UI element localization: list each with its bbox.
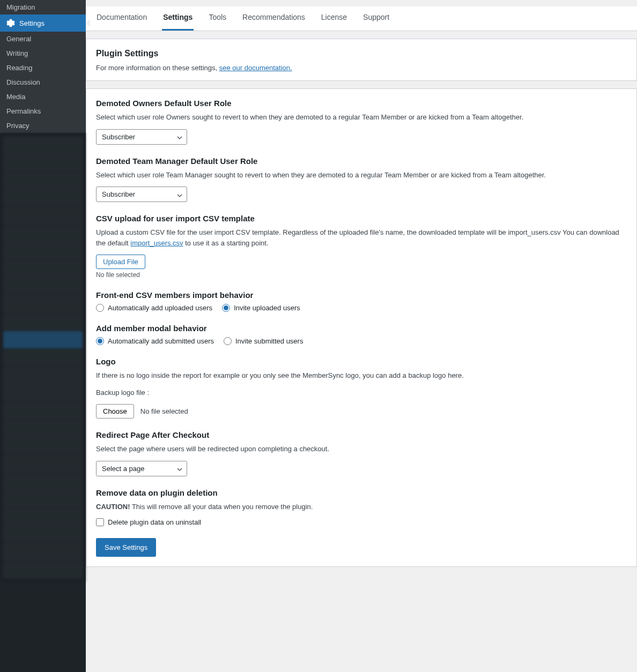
logo-file-label: Backup logo file : [96, 387, 627, 398]
save-settings-button[interactable]: Save Settings [96, 538, 156, 557]
section-desc: CAUTION! This will remove all your data … [96, 502, 627, 512]
section-desc: Select which user role Owners sought to … [96, 112, 627, 123]
chevron-down-icon [177, 192, 182, 197]
delete-data-checkbox[interactable]: Delete plugin data on uninstall [96, 518, 627, 526]
logo-file-status: No file selected [140, 407, 188, 415]
tab-bar: Documentation Settings Tools Recommendat… [86, 6, 637, 31]
sidebar-item-settings[interactable]: Settings [0, 14, 86, 32]
page-title: Plugin Settings [96, 49, 627, 58]
section-title: Demoted Owners Default User Role [96, 99, 627, 108]
section-desc: If there is no logo inside the report fo… [96, 370, 627, 381]
redirect-page-select[interactable]: Select a page [96, 461, 187, 476]
tab-support[interactable]: Support [362, 6, 390, 31]
radio-auto-add-submitted[interactable]: Automatically add submitted users [96, 337, 214, 345]
section-demoted-owners: Demoted Owners Default User Role Select … [96, 99, 627, 145]
owner-role-select[interactable]: Subscriber [96, 129, 187, 145]
default-csv-link[interactable]: import_users.csv [130, 239, 183, 247]
documentation-link[interactable]: see our documentation. [219, 64, 292, 72]
tab-recommendations[interactable]: Recommendations [241, 6, 306, 31]
section-desc: Select the page where users will be redi… [96, 444, 627, 454]
sidebar-sub-general[interactable]: General [0, 32, 86, 46]
sidebar-sub-reading[interactable]: Reading [0, 61, 86, 75]
section-import-behavior: Front-end CSV members import behavior Au… [96, 290, 627, 312]
sidebar-submenu: General Writing Reading Discussion Media… [0, 32, 86, 133]
sidebar-sub-media[interactable]: Media [0, 89, 86, 104]
section-title: Add member modal behavior [96, 324, 627, 333]
section-remove-data: Remove data on plugin deletion CAUTION! … [96, 488, 627, 527]
sidebar-blurred-items [0, 133, 86, 582]
section-title: Logo [96, 357, 627, 366]
section-title: Redirect Page After Checkout [96, 430, 627, 439]
radio-auto-add-uploaded[interactable]: Automatically add uploaded users [96, 304, 212, 312]
section-logo: Logo If there is no logo inside the repo… [96, 357, 627, 419]
main-content: Documentation Settings Tools Recommendat… [86, 0, 637, 672]
section-title: CSV upload for user import CSV template [96, 214, 627, 223]
radio-invite-submitted[interactable]: Invite submitted users [224, 337, 303, 345]
chevron-down-icon [177, 466, 182, 471]
upload-file-button[interactable]: Upload File [96, 255, 145, 269]
tab-tools[interactable]: Tools [208, 6, 227, 31]
sidebar-active-label: Settings [19, 19, 45, 27]
page-description: For more information on these settings, … [96, 64, 627, 72]
section-title: Remove data on plugin deletion [96, 488, 627, 497]
header-card: Plugin Settings For more information on … [86, 39, 637, 81]
section-desc: Upload a custom CSV file for the user im… [96, 227, 627, 248]
tab-documentation[interactable]: Documentation [95, 6, 148, 31]
tab-license[interactable]: License [320, 6, 348, 31]
upload-file-status: No file selected [96, 271, 627, 279]
section-demoted-manager: Demoted Team Manager Default User Role S… [96, 156, 627, 203]
choose-logo-button[interactable]: Choose [96, 404, 134, 419]
sidebar-item-migration[interactable]: Migration [0, 0, 86, 14]
sidebar-sub-discussion[interactable]: Discussion [0, 75, 86, 89]
tab-settings[interactable]: Settings [162, 6, 194, 31]
sidebar-sub-privacy[interactable]: Privacy [0, 118, 86, 133]
sidebar-sub-writing[interactable]: Writing [0, 46, 86, 61]
section-title: Demoted Team Manager Default User Role [96, 156, 627, 166]
section-title: Front-end CSV members import behavior [96, 290, 627, 300]
section-redirect: Redirect Page After Checkout Select the … [96, 430, 627, 476]
sidebar-sub-permalinks[interactable]: Permalinks [0, 104, 86, 118]
gear-icon [6, 19, 15, 27]
radio-invite-uploaded[interactable]: Invite uploaded users [222, 304, 300, 312]
admin-sidebar: Migration Settings General Writing Readi… [0, 0, 86, 672]
section-csv-upload: CSV upload for user import CSV template … [96, 214, 627, 279]
section-modal-behavior: Add member modal behavior Automatically … [96, 324, 627, 345]
chevron-down-icon [177, 134, 182, 139]
section-desc: Select which user role Team Manager soug… [96, 170, 627, 181]
settings-card: Demoted Owners Default User Role Select … [86, 88, 637, 567]
manager-role-select[interactable]: Subscriber [96, 186, 187, 202]
